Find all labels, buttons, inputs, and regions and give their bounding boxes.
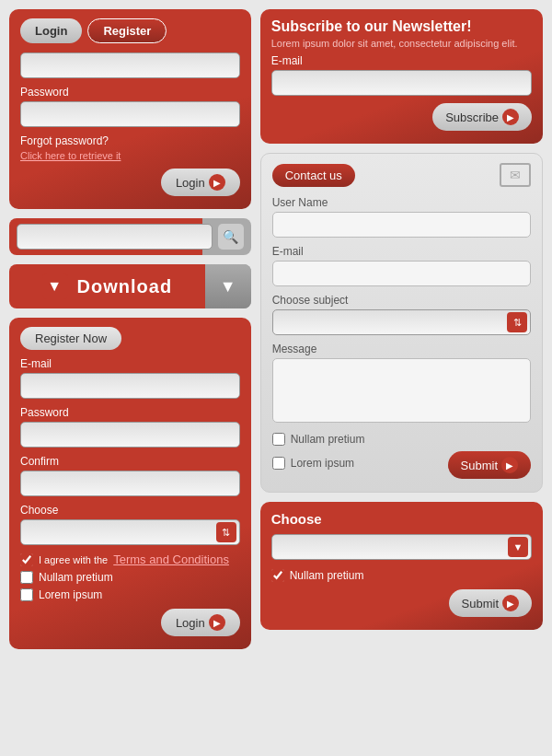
contact-username-input[interactable] (272, 212, 531, 238)
register-login-label: Login (176, 616, 205, 630)
choose-submit-button[interactable]: Submit ▶ (449, 589, 532, 617)
left-column: Login Register Password Forgot password?… (9, 9, 251, 747)
terms-checkbox-row: I agree with the Terms and Conditions (20, 552, 240, 566)
register-password-input[interactable] (20, 422, 240, 448)
contact-null2-checkbox[interactable] (272, 457, 285, 470)
register-now-button[interactable]: Register Now (20, 327, 121, 350)
contact-null1-checkbox[interactable] (272, 433, 285, 446)
search-input[interactable] (17, 224, 213, 250)
newsletter-email-label: E-mail (271, 54, 532, 67)
choose-select-row: ▼ (271, 534, 532, 560)
contact-header: Contact us ✉ (272, 163, 531, 187)
terms-link[interactable]: Terms and Conditions (113, 552, 229, 566)
choose-submit-arrow-icon: ▶ (502, 595, 519, 611)
register-email-field: E-mail (20, 357, 240, 399)
contact-subject-row: ⇅ (272, 309, 531, 335)
contact-null2-label: Lorem ipsum (291, 457, 354, 470)
forgot-link[interactable]: Click here to retrieve it (20, 150, 240, 161)
search-panel: 🔍 (9, 218, 251, 255)
login-tab[interactable]: Login (20, 18, 82, 43)
choose-null-label: Nullam pretium (290, 569, 364, 582)
contact-message-label: Message (272, 343, 531, 355)
newsletter-title: Subscribe to our Newsletter! (271, 18, 532, 35)
choose-title: Choose (271, 511, 532, 527)
register-choose-select[interactable] (20, 519, 240, 545)
register-password-field: Password (20, 406, 240, 448)
terms-checkbox[interactable] (20, 553, 33, 566)
contact-null1-label: Nullam pretium (291, 433, 365, 446)
register-choose-select-row: ⇅ (20, 519, 240, 545)
register-password-label: Password (20, 406, 240, 419)
newsletter-subtitle: Lorem ipsum dolor sit amet, consectetur … (271, 38, 532, 49)
login-btn-row: Login ▶ (20, 169, 240, 196)
download-chevron-icon: ▼ (220, 277, 236, 297)
contact-subject-select[interactable] (272, 309, 531, 335)
register-login-btn-row: Login ▶ (20, 609, 240, 636)
register-email-input[interactable] (20, 373, 240, 399)
register-panel: Register Now E-mail Password Confirm Cho… (9, 318, 251, 649)
contact-email-input[interactable] (272, 261, 531, 286)
login-submit-button[interactable]: Login ▶ (161, 169, 240, 196)
register-confirm-field: Confirm (20, 455, 240, 496)
download-right-area: ▼ (205, 264, 251, 308)
contact-title-button[interactable]: Contact us (272, 164, 355, 187)
contact-submit-arrow-icon: ▶ (501, 457, 518, 473)
choose-null-checkbox[interactable] (271, 569, 284, 582)
register-null1-checkbox[interactable] (20, 571, 33, 584)
password-label: Password (20, 86, 240, 99)
login-panel: Login Register Password Forgot password?… (9, 9, 251, 209)
choose-panel: Choose ▼ Nullam pretium Submit ▶ (260, 502, 543, 630)
register-null2-row: Lorem ipsum (20, 588, 240, 601)
contact-message-input[interactable] (272, 358, 531, 423)
register-login-button[interactable]: Login ▶ (161, 609, 240, 636)
contact-panel: Contact us ✉ User Name E-mail Choose sub… (260, 153, 543, 493)
choose-select[interactable] (271, 534, 532, 560)
right-column: Subscribe to our Newsletter! Lorem ipsum… (260, 9, 543, 747)
register-confirm-label: Confirm (20, 455, 240, 468)
newsletter-email-input[interactable] (271, 70, 532, 96)
password-field: Password (20, 86, 240, 127)
contact-null2-row: Lorem ipsum (272, 457, 441, 470)
forgot-text: Forgot password? (20, 134, 240, 147)
contact-submit-button[interactable]: Submit ▶ (448, 451, 531, 479)
register-null2-checkbox[interactable] (20, 588, 33, 601)
contact-subject-label: Choose subject (272, 294, 531, 307)
subscribe-label: Subscribe (445, 110, 499, 124)
register-choose-field: Choose ⇅ (20, 504, 240, 545)
register-null1-label: Nullam pretium (39, 571, 113, 584)
choose-null-row: Nullam pretium (271, 569, 532, 582)
register-email-label: E-mail (20, 357, 240, 370)
register-confirm-input[interactable] (20, 471, 240, 496)
login-arrow-icon: ▶ (209, 174, 225, 191)
username-input[interactable] (20, 52, 240, 78)
username-field (20, 52, 240, 78)
contact-bottom-row: Lorem ipsum Submit ▶ (272, 451, 531, 479)
login-submit-label: Login (176, 176, 205, 190)
download-arrow-icon: ▼ (42, 273, 68, 299)
register-tab[interactable]: Register (87, 18, 167, 43)
subscribe-arrow-icon: ▶ (502, 109, 519, 125)
subscribe-btn-row: Subscribe ▶ (271, 103, 532, 131)
subscribe-button[interactable]: Subscribe ▶ (432, 103, 532, 131)
register-choose-label: Choose (20, 504, 240, 517)
agree-text: I agree with the (39, 554, 108, 565)
contact-submit-label: Submit (461, 459, 498, 472)
register-null2-label: Lorem ipsum (39, 588, 102, 601)
download-panel: ▼ Download ▼ (9, 264, 251, 308)
tab-row: Login Register (20, 18, 240, 43)
register-arrow-icon: ▶ (209, 614, 225, 631)
contact-null1-row: Nullam pretium (272, 433, 531, 446)
choose-bottom-row: Submit ▶ (271, 589, 532, 617)
search-button[interactable]: 🔍 (218, 224, 244, 250)
download-button[interactable]: ▼ Download (9, 264, 205, 308)
newsletter-panel: Subscribe to our Newsletter! Lorem ipsum… (260, 9, 543, 144)
newsletter-email-field: E-mail (271, 54, 532, 96)
choose-submit-label: Submit (462, 597, 499, 611)
contact-email-label: E-mail (272, 245, 531, 258)
search-icon: 🔍 (223, 229, 238, 244)
password-input[interactable] (20, 101, 240, 127)
register-null1-row: Nullam pretium (20, 571, 240, 584)
mail-icon: ✉ (500, 163, 531, 187)
contact-username-label: User Name (272, 196, 531, 209)
download-label: Download (77, 276, 173, 297)
